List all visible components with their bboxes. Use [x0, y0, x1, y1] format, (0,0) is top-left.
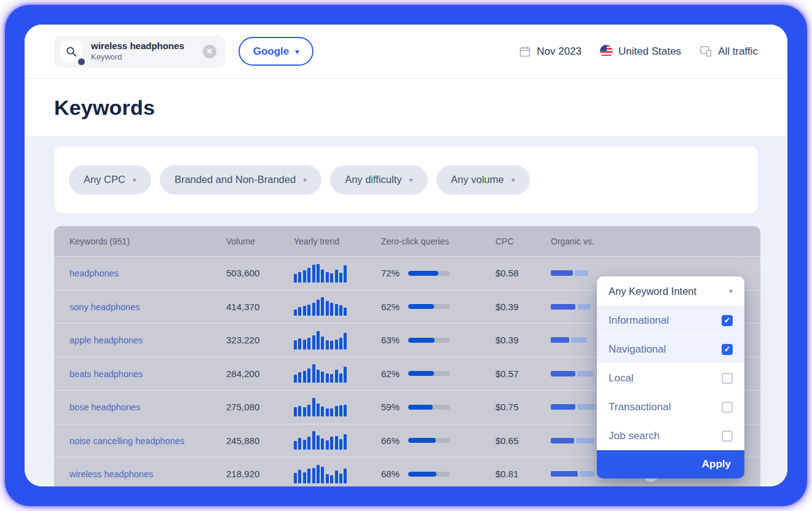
trend-bar	[303, 407, 306, 416]
apply-button[interactable]: Apply	[597, 450, 744, 478]
traffic-selector[interactable]: All traffic	[700, 45, 758, 58]
yearly-trend-chart	[294, 331, 349, 349]
trend-bar	[294, 375, 297, 383]
intent-option-transactional[interactable]: Transactional	[597, 392, 744, 421]
trend-bar	[312, 335, 315, 349]
trend-cell	[294, 398, 381, 416]
keyword-search-box[interactable]: wireless headphones Keyword ✕	[54, 36, 225, 68]
trend-bar	[330, 437, 333, 450]
intent-option-job-search[interactable]: Job search	[597, 421, 744, 450]
keyword-link[interactable]: noise cancelling headphones	[69, 436, 184, 446]
trend-bar	[344, 434, 347, 450]
filter-pill-any-difficulty[interactable]: Any difficulty▾	[330, 165, 427, 195]
trend-bar	[303, 306, 306, 316]
trend-bar	[335, 406, 338, 416]
volume-cell: 284,200	[226, 369, 294, 379]
checkbox-unchecked[interactable]	[722, 373, 733, 384]
zero-click-bar	[408, 271, 450, 276]
organic-segment	[551, 471, 578, 477]
keyword-cell: apple headphones	[69, 335, 226, 345]
trend-bar	[321, 372, 324, 383]
keyword-intent-label: Any Keyword Intent	[609, 286, 696, 297]
intent-option-navigational[interactable]: Navigational✓	[597, 335, 744, 364]
zero-click-pct: 66%	[381, 435, 400, 446]
trend-bar	[303, 371, 306, 383]
zero-click-pct: 62%	[381, 302, 400, 312]
trend-bar	[330, 273, 333, 282]
devices-icon	[700, 45, 712, 58]
paid-segment	[577, 371, 593, 376]
keyword-link[interactable]: sony headphones	[69, 302, 140, 312]
trend-bar	[339, 405, 342, 416]
yearly-trend-chart	[294, 465, 349, 483]
trend-bar	[326, 440, 329, 450]
trend-bar	[294, 441, 297, 450]
paid-segment	[577, 404, 596, 410]
trend-bar	[307, 369, 310, 383]
keyword-intent-dropdown: Any Keyword Intent ▾ Informational✓Navig…	[597, 276, 744, 478]
zero-click-bar	[408, 338, 450, 343]
yearly-trend-chart	[294, 364, 349, 383]
keyword-link[interactable]: headphones	[69, 268, 119, 278]
trend-bar	[339, 305, 342, 316]
filter-pill-any-volume[interactable]: Any volume▾	[436, 165, 530, 195]
trend-bar	[335, 304, 338, 316]
screenshot-stage: wireless headphones Keyword ✕ Google ▾ N…	[0, 0, 812, 511]
keyword-cell: headphones	[69, 268, 226, 278]
checkbox-unchecked[interactable]	[722, 402, 733, 413]
cpc-cell: $0.65	[495, 435, 551, 446]
paid-segment	[575, 270, 588, 276]
intent-option-informational[interactable]: Informational✓	[597, 306, 744, 335]
trend-bar	[326, 272, 329, 283]
column-header-organic-vs: Organic vs.	[551, 236, 643, 246]
search-engine-dropdown[interactable]: Google ▾	[238, 37, 314, 66]
date-selector[interactable]: Nov 2023	[519, 45, 581, 58]
volume-cell: 275,080	[226, 402, 294, 412]
column-header-cpc: CPC	[495, 236, 551, 246]
trend-bar	[321, 439, 324, 450]
country-selector[interactable]: United States	[600, 45, 681, 58]
trend-bar	[312, 468, 315, 483]
paid-segment	[571, 337, 587, 343]
checkbox-checked[interactable]: ✓	[722, 344, 733, 355]
organic-segment	[551, 438, 574, 443]
keyword-link[interactable]: bose headphones	[69, 402, 140, 412]
checkbox-unchecked[interactable]	[722, 431, 733, 442]
keyword-link[interactable]: wireless headphones	[69, 469, 153, 479]
keyword-intent-trigger[interactable]: Any Keyword Intent ▾	[597, 276, 744, 306]
clear-search-icon[interactable]: ✕	[203, 45, 216, 58]
intent-option-label: Job search	[609, 430, 660, 442]
trend-bar	[344, 308, 347, 316]
trend-bar	[317, 404, 320, 416]
chevron-down-icon: ▾	[133, 176, 136, 184]
zero-click-cell: 68%	[381, 469, 495, 479]
trend-bar	[321, 270, 324, 283]
volume-cell: 503,600	[226, 268, 294, 278]
trend-bar	[298, 438, 301, 450]
trend-bar	[344, 265, 347, 283]
intent-option-local[interactable]: Local	[597, 364, 744, 392]
checkbox-checked[interactable]: ✓	[722, 315, 733, 326]
filter-pill-any-cpc[interactable]: Any CPC▾	[69, 165, 151, 195]
zero-click-cell: 62%	[381, 369, 495, 379]
trend-bar	[339, 273, 342, 283]
trend-bar	[298, 272, 301, 283]
trend-bar	[330, 303, 333, 316]
zero-click-bar	[408, 371, 450, 376]
intent-option-label: Local	[609, 372, 634, 384]
traffic-label: All traffic	[718, 45, 758, 58]
trend-cell	[294, 264, 381, 283]
trend-bar	[294, 274, 297, 283]
cpc-cell: $0.39	[495, 302, 551, 312]
keyword-link[interactable]: beats headphones	[69, 369, 143, 379]
search-input-value[interactable]: wireless headphones	[91, 41, 184, 52]
trend-bar	[321, 297, 324, 316]
column-header-keywords-951: Keywords (951)	[69, 236, 226, 246]
zero-click-cell: 62%	[381, 302, 495, 312]
cpc-cell: $0.81	[495, 469, 551, 479]
trend-bar	[307, 437, 310, 450]
keyword-link[interactable]: apple headphones	[69, 335, 143, 345]
keyword-cell: sony headphones	[69, 302, 226, 312]
zero-click-pct: 72%	[381, 268, 400, 278]
filter-pill-branded-and-non-branded[interactable]: Branded and Non-Branded▾	[160, 165, 321, 195]
